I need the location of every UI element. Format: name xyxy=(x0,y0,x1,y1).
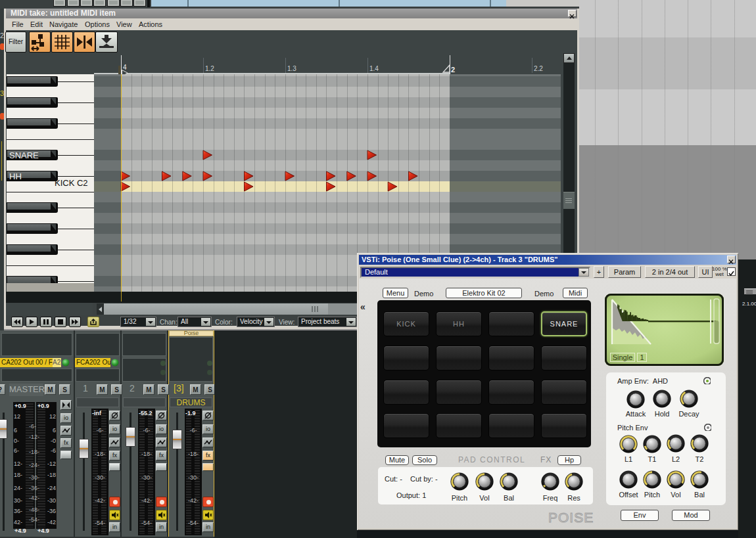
svg-text:2: 2 xyxy=(451,66,455,74)
